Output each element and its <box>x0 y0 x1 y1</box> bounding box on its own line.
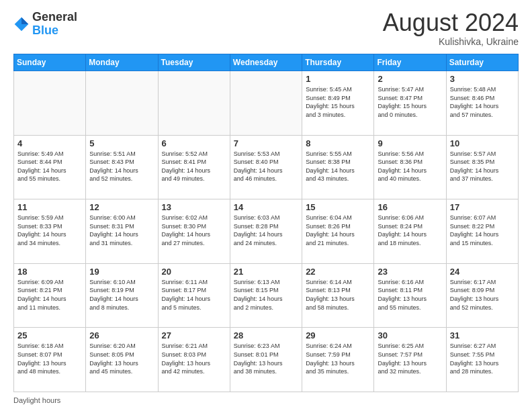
calendar-cell: 22Sunrise: 6:14 AM Sunset: 8:13 PM Dayli… <box>302 263 374 328</box>
day-info: Sunrise: 5:57 AM Sunset: 8:35 PM Dayligh… <box>450 150 515 183</box>
day-info: Sunrise: 6:07 AM Sunset: 8:22 PM Dayligh… <box>450 214 515 247</box>
day-info: Sunrise: 6:11 AM Sunset: 8:17 PM Dayligh… <box>162 278 226 312</box>
day-info: Sunrise: 6:00 AM Sunset: 8:31 PM Dayligh… <box>89 214 154 247</box>
calendar-cell: 9Sunrise: 5:56 AM Sunset: 8:36 PM Daylig… <box>374 135 446 199</box>
calendar: Sunday Monday Tuesday Wednesday Thursday… <box>13 54 519 392</box>
day-info: Sunrise: 6:16 AM Sunset: 8:11 PM Dayligh… <box>378 278 442 312</box>
day-number: 6 <box>162 138 226 148</box>
day-info: Sunrise: 5:45 AM Sunset: 8:49 PM Dayligh… <box>306 85 370 119</box>
day-number: 25 <box>17 330 82 340</box>
day-number: 7 <box>234 138 298 148</box>
day-info: Sunrise: 6:24 AM Sunset: 7:59 PM Dayligh… <box>306 342 370 375</box>
day-info: Sunrise: 5:56 AM Sunset: 8:36 PM Dayligh… <box>378 150 442 183</box>
day-info: Sunrise: 6:04 AM Sunset: 8:26 PM Dayligh… <box>306 214 370 247</box>
calendar-cell: 28Sunrise: 6:23 AM Sunset: 8:01 PM Dayli… <box>230 328 302 392</box>
day-number: 16 <box>378 202 442 212</box>
day-number: 9 <box>378 138 442 148</box>
svg-marker-1 <box>21 17 28 24</box>
calendar-cell: 19Sunrise: 6:10 AM Sunset: 8:19 PM Dayli… <box>86 263 158 328</box>
calendar-body: 1Sunrise: 5:45 AM Sunset: 8:49 PM Daylig… <box>14 71 519 392</box>
day-number: 8 <box>306 138 370 148</box>
calendar-cell: 24Sunrise: 6:17 AM Sunset: 8:09 PM Dayli… <box>446 263 518 328</box>
calendar-cell: 10Sunrise: 5:57 AM Sunset: 8:35 PM Dayli… <box>446 135 518 199</box>
page: General Blue August 2024 Kulishivka, Ukr… <box>0 0 532 411</box>
month-year: August 2024 <box>383 11 519 35</box>
day-info: Sunrise: 5:47 AM Sunset: 8:47 PM Dayligh… <box>378 85 442 119</box>
day-info: Sunrise: 6:13 AM Sunset: 8:15 PM Dayligh… <box>234 278 298 312</box>
calendar-cell: 31Sunrise: 6:27 AM Sunset: 7:55 PM Dayli… <box>446 328 518 392</box>
day-number: 22 <box>306 267 370 277</box>
calendar-week-0: 1Sunrise: 5:45 AM Sunset: 8:49 PM Daylig… <box>14 71 519 136</box>
day-number: 15 <box>306 202 370 212</box>
col-friday: Friday <box>374 54 446 71</box>
calendar-cell: 3Sunrise: 5:48 AM Sunset: 8:46 PM Daylig… <box>446 71 518 136</box>
day-info: Sunrise: 6:10 AM Sunset: 8:19 PM Dayligh… <box>89 278 154 312</box>
calendar-cell <box>158 71 230 136</box>
logo-text: General Blue <box>32 11 77 38</box>
header: General Blue August 2024 Kulishivka, Ukr… <box>13 11 519 47</box>
calendar-cell: 17Sunrise: 6:07 AM Sunset: 8:22 PM Dayli… <box>446 199 518 264</box>
day-number: 24 <box>450 267 515 277</box>
day-info: Sunrise: 5:52 AM Sunset: 8:41 PM Dayligh… <box>162 150 226 183</box>
calendar-cell: 14Sunrise: 6:03 AM Sunset: 8:28 PM Dayli… <box>230 199 302 264</box>
calendar-cell: 21Sunrise: 6:13 AM Sunset: 8:15 PM Dayli… <box>230 263 302 328</box>
calendar-week-3: 18Sunrise: 6:09 AM Sunset: 8:21 PM Dayli… <box>14 263 519 328</box>
calendar-cell: 13Sunrise: 6:02 AM Sunset: 8:30 PM Dayli… <box>158 199 230 264</box>
day-info: Sunrise: 6:21 AM Sunset: 8:03 PM Dayligh… <box>162 342 226 375</box>
day-info: Sunrise: 5:48 AM Sunset: 8:46 PM Dayligh… <box>450 85 515 119</box>
logo-icon <box>13 16 30 32</box>
daylight-label: Daylight hours <box>13 396 60 404</box>
day-info: Sunrise: 5:51 AM Sunset: 8:43 PM Dayligh… <box>89 150 154 183</box>
day-info: Sunrise: 6:23 AM Sunset: 8:01 PM Dayligh… <box>234 342 298 375</box>
day-info: Sunrise: 6:18 AM Sunset: 8:07 PM Dayligh… <box>17 342 82 375</box>
calendar-cell: 29Sunrise: 6:24 AM Sunset: 7:59 PM Dayli… <box>302 328 374 392</box>
col-tuesday: Tuesday <box>158 54 230 71</box>
logo: General Blue <box>13 11 77 38</box>
day-number: 19 <box>89 267 154 277</box>
col-monday: Monday <box>86 54 158 71</box>
day-number: 5 <box>89 138 154 148</box>
calendar-cell: 16Sunrise: 6:06 AM Sunset: 8:24 PM Dayli… <box>374 199 446 264</box>
day-info: Sunrise: 6:20 AM Sunset: 8:05 PM Dayligh… <box>89 342 154 375</box>
day-number: 2 <box>378 74 442 84</box>
title-block: August 2024 Kulishivka, Ukraine <box>383 11 519 47</box>
day-number: 31 <box>450 330 515 340</box>
calendar-header-row: Sunday Monday Tuesday Wednesday Thursday… <box>14 54 519 71</box>
day-number: 18 <box>17 267 82 277</box>
day-number: 11 <box>17 202 82 212</box>
day-number: 21 <box>234 267 298 277</box>
day-number: 4 <box>17 138 82 148</box>
calendar-cell: 18Sunrise: 6:09 AM Sunset: 8:21 PM Dayli… <box>14 263 86 328</box>
day-number: 1 <box>306 74 370 84</box>
day-number: 28 <box>234 330 298 340</box>
footer: Daylight hours <box>13 396 519 404</box>
day-number: 13 <box>162 202 226 212</box>
day-number: 10 <box>450 138 515 148</box>
day-number: 29 <box>306 330 370 340</box>
calendar-cell: 5Sunrise: 5:51 AM Sunset: 8:43 PM Daylig… <box>86 135 158 199</box>
calendar-week-2: 11Sunrise: 5:59 AM Sunset: 8:33 PM Dayli… <box>14 199 519 264</box>
calendar-cell: 27Sunrise: 6:21 AM Sunset: 8:03 PM Dayli… <box>158 328 230 392</box>
calendar-cell: 15Sunrise: 6:04 AM Sunset: 8:26 PM Dayli… <box>302 199 374 264</box>
day-info: Sunrise: 6:17 AM Sunset: 8:09 PM Dayligh… <box>450 278 515 312</box>
calendar-cell <box>14 71 86 136</box>
calendar-cell: 12Sunrise: 6:00 AM Sunset: 8:31 PM Dayli… <box>86 199 158 264</box>
day-number: 23 <box>378 267 442 277</box>
calendar-cell: 20Sunrise: 6:11 AM Sunset: 8:17 PM Dayli… <box>158 263 230 328</box>
day-info: Sunrise: 6:06 AM Sunset: 8:24 PM Dayligh… <box>378 214 442 247</box>
col-saturday: Saturday <box>446 54 518 71</box>
calendar-cell: 1Sunrise: 5:45 AM Sunset: 8:49 PM Daylig… <box>302 71 374 136</box>
day-info: Sunrise: 6:03 AM Sunset: 8:28 PM Dayligh… <box>234 214 298 247</box>
calendar-cell: 6Sunrise: 5:52 AM Sunset: 8:41 PM Daylig… <box>158 135 230 199</box>
calendar-cell: 26Sunrise: 6:20 AM Sunset: 8:05 PM Dayli… <box>86 328 158 392</box>
day-info: Sunrise: 6:27 AM Sunset: 7:55 PM Dayligh… <box>450 342 515 375</box>
col-sunday: Sunday <box>14 54 86 71</box>
calendar-cell <box>86 71 158 136</box>
calendar-week-1: 4Sunrise: 5:49 AM Sunset: 8:44 PM Daylig… <box>14 135 519 199</box>
calendar-cell: 4Sunrise: 5:49 AM Sunset: 8:44 PM Daylig… <box>14 135 86 199</box>
day-number: 27 <box>162 330 226 340</box>
day-number: 20 <box>162 267 226 277</box>
calendar-cell: 23Sunrise: 6:16 AM Sunset: 8:11 PM Dayli… <box>374 263 446 328</box>
calendar-cell: 25Sunrise: 6:18 AM Sunset: 8:07 PM Dayli… <box>14 328 86 392</box>
day-info: Sunrise: 6:09 AM Sunset: 8:21 PM Dayligh… <box>17 278 82 312</box>
